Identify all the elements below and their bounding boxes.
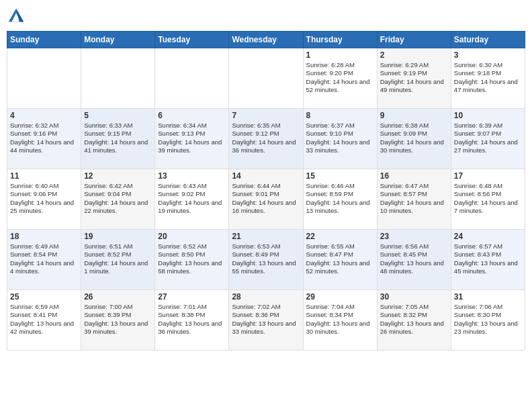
header-row: SundayMondayTuesdayWednesdayThursdayFrid… bbox=[7, 32, 525, 48]
day-info: Daylight: 13 hours and 42 minutes. bbox=[10, 320, 78, 336]
day-info: Sunset: 8:41 PM bbox=[10, 311, 78, 319]
day-header-tuesday: Tuesday bbox=[155, 32, 229, 48]
day-info: Sunset: 9:12 PM bbox=[232, 130, 300, 138]
day-info: Sunrise: 6:52 AM bbox=[158, 242, 226, 250]
day-number: 10 bbox=[454, 111, 522, 120]
day-info: Sunset: 8:45 PM bbox=[380, 250, 448, 259]
day-info: Sunrise: 6:33 AM bbox=[84, 122, 152, 130]
day-info: Daylight: 14 hours and 41 minutes. bbox=[84, 138, 152, 155]
day-number: 11 bbox=[10, 171, 78, 181]
day-number: 15 bbox=[306, 171, 374, 181]
day-info: Sunrise: 7:00 AM bbox=[84, 303, 152, 311]
day-header-wednesday: Wednesday bbox=[229, 32, 303, 48]
day-cell: 12Sunrise: 6:42 AMSunset: 9:04 PMDayligh… bbox=[81, 169, 155, 230]
day-number: 29 bbox=[306, 292, 374, 302]
day-info: Sunset: 8:43 PM bbox=[454, 250, 522, 259]
day-number: 31 bbox=[454, 292, 522, 302]
day-info: Sunset: 8:54 PM bbox=[10, 250, 78, 259]
day-info: Sunset: 9:09 PM bbox=[380, 130, 448, 138]
day-info: Daylight: 14 hours and 22 minutes. bbox=[84, 199, 152, 216]
day-info: Sunrise: 6:37 AM bbox=[306, 122, 374, 130]
day-cell: 14Sunrise: 6:44 AMSunset: 9:01 PMDayligh… bbox=[229, 169, 303, 230]
day-info: Sunset: 9:01 PM bbox=[232, 190, 300, 198]
day-info: Sunrise: 6:30 AM bbox=[454, 61, 522, 69]
day-header-saturday: Saturday bbox=[451, 32, 525, 48]
day-info: Sunset: 8:38 PM bbox=[158, 311, 226, 319]
day-cell: 31Sunrise: 7:06 AMSunset: 8:30 PMDayligh… bbox=[451, 290, 525, 351]
day-info: Sunset: 8:39 PM bbox=[84, 311, 152, 319]
day-info: Daylight: 13 hours and 23 minutes. bbox=[454, 320, 522, 336]
day-info: Sunset: 8:34 PM bbox=[306, 311, 374, 319]
day-cell: 2Sunrise: 6:29 AMSunset: 9:19 PMDaylight… bbox=[377, 48, 451, 109]
day-info: Daylight: 14 hours and 13 minutes. bbox=[306, 199, 374, 216]
day-info: Daylight: 13 hours and 30 minutes. bbox=[306, 320, 374, 336]
week-row-3: 11Sunrise: 6:40 AMSunset: 9:06 PMDayligh… bbox=[7, 169, 525, 230]
day-number: 16 bbox=[380, 171, 448, 181]
day-info: Daylight: 13 hours and 52 minutes. bbox=[306, 259, 374, 276]
day-number: 8 bbox=[306, 111, 374, 120]
day-info: Daylight: 14 hours and 4 minutes. bbox=[10, 259, 78, 276]
day-info: Sunrise: 6:59 AM bbox=[10, 303, 78, 311]
day-info: Sunrise: 6:46 AM bbox=[306, 182, 374, 190]
day-cell: 15Sunrise: 6:46 AMSunset: 8:59 PMDayligh… bbox=[303, 169, 377, 230]
day-cell: 5Sunrise: 6:33 AMSunset: 9:15 PMDaylight… bbox=[81, 109, 155, 169]
day-cell bbox=[7, 48, 81, 109]
day-info: Daylight: 14 hours and 19 minutes. bbox=[158, 199, 226, 216]
day-info: Sunset: 8:49 PM bbox=[232, 250, 300, 259]
day-info: Daylight: 13 hours and 55 minutes. bbox=[232, 259, 300, 276]
day-number: 9 bbox=[380, 111, 448, 120]
day-cell: 13Sunrise: 6:43 AMSunset: 9:02 PMDayligh… bbox=[155, 169, 229, 230]
day-number: 28 bbox=[232, 292, 300, 302]
day-cell: 8Sunrise: 6:37 AMSunset: 9:10 PMDaylight… bbox=[303, 109, 377, 169]
day-number: 7 bbox=[232, 111, 300, 120]
day-info: Sunset: 9:19 PM bbox=[380, 69, 448, 77]
day-number: 19 bbox=[84, 232, 152, 241]
day-info: Sunrise: 6:44 AM bbox=[232, 182, 300, 190]
day-info: Sunrise: 6:35 AM bbox=[232, 122, 300, 130]
day-cell: 30Sunrise: 7:05 AMSunset: 8:32 PMDayligh… bbox=[377, 290, 451, 351]
day-cell: 18Sunrise: 6:49 AMSunset: 8:54 PMDayligh… bbox=[7, 230, 81, 290]
day-info: Sunrise: 7:05 AM bbox=[380, 303, 448, 311]
day-number: 21 bbox=[232, 232, 300, 241]
day-info: Daylight: 13 hours and 39 minutes. bbox=[84, 320, 152, 336]
day-info: Sunset: 9:20 PM bbox=[306, 69, 374, 77]
day-cell: 16Sunrise: 6:47 AMSunset: 8:57 PMDayligh… bbox=[377, 169, 451, 230]
day-number: 30 bbox=[380, 292, 448, 302]
day-info: Sunrise: 6:34 AM bbox=[158, 122, 226, 130]
day-info: Sunrise: 6:43 AM bbox=[158, 182, 226, 190]
day-number: 1 bbox=[306, 50, 374, 60]
day-info: Daylight: 14 hours and 25 minutes. bbox=[10, 199, 78, 216]
day-cell: 17Sunrise: 6:48 AMSunset: 8:56 PMDayligh… bbox=[451, 169, 525, 230]
day-header-thursday: Thursday bbox=[303, 32, 377, 48]
day-cell: 22Sunrise: 6:55 AMSunset: 8:47 PMDayligh… bbox=[303, 230, 377, 290]
day-info: Sunrise: 6:56 AM bbox=[380, 242, 448, 250]
day-info: Sunset: 9:04 PM bbox=[84, 190, 152, 198]
day-info: Daylight: 13 hours and 45 minutes. bbox=[454, 259, 522, 276]
week-row-2: 4Sunrise: 6:32 AMSunset: 9:16 PMDaylight… bbox=[7, 109, 525, 169]
week-row-4: 18Sunrise: 6:49 AMSunset: 8:54 PMDayligh… bbox=[7, 230, 525, 290]
day-info: Daylight: 14 hours and 47 minutes. bbox=[454, 78, 522, 95]
day-info: Sunrise: 6:40 AM bbox=[10, 182, 78, 190]
day-info: Sunrise: 6:57 AM bbox=[454, 242, 522, 250]
day-number: 22 bbox=[306, 232, 374, 241]
day-info: Sunset: 8:52 PM bbox=[84, 250, 152, 259]
day-info: Sunset: 8:50 PM bbox=[158, 250, 226, 259]
day-info: Sunrise: 6:38 AM bbox=[380, 122, 448, 130]
day-info: Daylight: 14 hours and 1 minute. bbox=[84, 259, 152, 276]
day-info: Sunrise: 6:51 AM bbox=[84, 242, 152, 250]
day-number: 6 bbox=[158, 111, 226, 120]
day-info: Sunrise: 7:02 AM bbox=[232, 303, 300, 311]
day-info: Sunrise: 7:04 AM bbox=[306, 303, 374, 311]
day-cell: 7Sunrise: 6:35 AMSunset: 9:12 PMDaylight… bbox=[229, 109, 303, 169]
day-number: 23 bbox=[380, 232, 448, 241]
day-info: Sunset: 9:06 PM bbox=[10, 190, 78, 198]
day-info: Sunrise: 6:55 AM bbox=[306, 242, 374, 250]
day-cell: 10Sunrise: 6:39 AMSunset: 9:07 PMDayligh… bbox=[451, 109, 525, 169]
day-info: Sunset: 8:57 PM bbox=[380, 190, 448, 198]
day-number: 2 bbox=[380, 50, 448, 60]
day-number: 5 bbox=[84, 111, 152, 120]
day-number: 12 bbox=[84, 171, 152, 181]
day-header-monday: Monday bbox=[81, 32, 155, 48]
day-info: Sunset: 9:10 PM bbox=[306, 130, 374, 138]
day-cell: 6Sunrise: 6:34 AMSunset: 9:13 PMDaylight… bbox=[155, 109, 229, 169]
